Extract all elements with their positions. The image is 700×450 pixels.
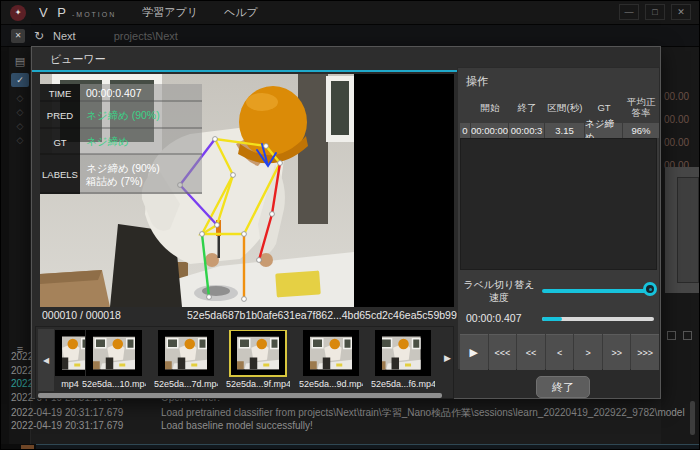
step-forward-button[interactable]: > — [574, 334, 602, 370]
overlay-labels-label: LABELS — [40, 155, 80, 194]
overlay-pred-label: PRED — [40, 102, 80, 129]
seek-bar-fill — [542, 317, 562, 321]
video-canvas: TIME 00:00:0.407 PRED ネジ締め (90%) GT ネジ締め… — [40, 74, 454, 307]
brand-name: V P — [39, 5, 69, 20]
thumbnail[interactable]: 52e5da...f6.mp4 — [371, 330, 435, 392]
clipboard-icon[interactable] — [667, 331, 676, 340]
segment-row[interactable]: 0 00:00:00 00:00:3 3.15 ネジ締め 96% — [460, 123, 659, 138]
speed-label: 速度 — [458, 291, 540, 305]
taskbar-edge — [36, 444, 700, 450]
filmstrip-prev-button[interactable]: ◀ — [38, 329, 54, 391]
jump-start-button[interactable]: <<< — [489, 334, 517, 370]
project-toolbar: ✕ ↻ Next projects\Next — [1, 25, 700, 47]
viewer-window: ビューワー — [31, 46, 661, 399]
prediction-overlay: TIME 00:00:0.407 PRED ネジ締め (90%) GT ネジ締め… — [40, 84, 202, 194]
overlay-time-value: 00:00:0.407 — [80, 84, 202, 102]
filmstrip-scrollbar[interactable] — [38, 393, 442, 398]
step-back-button[interactable]: < — [546, 334, 574, 370]
delete-icon[interactable] — [683, 331, 692, 340]
app-screen: ✦ V P -MOTION 学習アプリ ヘルプ — □ ✕ ✕ ↻ Next p… — [0, 0, 700, 450]
overlay-labels-value: ネジ締め (90%) 箱詰め (7%) — [80, 155, 202, 194]
exit-button[interactable]: 終了 — [536, 376, 590, 398]
thumbnail-selected[interactable]: 52e5da...9f.mp4 — [226, 330, 290, 392]
overlay-gt-label: GT — [40, 129, 80, 155]
play-button[interactable]: ▶ — [460, 334, 488, 370]
project-name: Next — [53, 30, 76, 42]
operation-title: 操作 — [466, 74, 488, 89]
minimize-button[interactable]: — — [619, 4, 639, 20]
window-controls: — □ ✕ — [619, 4, 691, 20]
taskbar-accent — [21, 445, 34, 450]
close-project-icon[interactable]: ✕ — [11, 29, 25, 43]
filmstrip: ◀ mp4 52e5da...10.mp4 52e5da...7d.mp4 52… — [35, 326, 454, 399]
overlay-time-label: TIME — [40, 84, 80, 102]
segments-list-area — [460, 138, 657, 270]
tag-icon[interactable]: ◇ — [9, 135, 31, 145]
bg-gray-panel — [665, 167, 700, 293]
dataset-icon[interactable]: ▤ — [9, 55, 31, 68]
log-scrollbar[interactable] — [690, 401, 695, 435]
menubar: ✦ V P -MOTION 学習アプリ ヘルプ — □ ✕ — [1, 1, 700, 25]
playback-time: 00:00:0.407 — [466, 312, 521, 324]
jump-end-button[interactable]: >>> — [631, 334, 659, 370]
speed-slider-knob[interactable] — [643, 282, 657, 296]
video-status-line: 000010 / 000018 52e5da687b1b0afe631ea7f8… — [40, 309, 454, 323]
tag-icon[interactable]: ◇ — [9, 121, 31, 131]
speed-slider[interactable] — [542, 289, 654, 293]
bg-value: 00.00 — [664, 91, 689, 102]
brand: V P -MOTION — [39, 5, 116, 20]
fast-rewind-button[interactable]: << — [517, 334, 545, 370]
fast-forward-button[interactable]: >> — [603, 334, 631, 370]
overlay-gt-value: ネジ締め — [80, 129, 202, 155]
tab-viewer[interactable]: ビューワー — [50, 52, 106, 67]
tag-icon[interactable]: ◇ — [9, 107, 31, 117]
transport-bar: ▶ <<< << < > >> >>> — [460, 334, 659, 370]
log-entry[interactable]: 2022-04-19 20:31:17.679Load baseline mod… — [11, 420, 313, 431]
seek-bar[interactable] — [542, 317, 654, 321]
overlay-pred-value: ネジ締め (90%) — [80, 102, 202, 129]
segments-table: 開始 終了 区間(秒) GT 平均正答率 0 00:00:00 00:00:3 … — [460, 92, 659, 138]
app-logo-icon: ✦ — [10, 5, 26, 21]
menu-learning-app[interactable]: 学習アプリ — [142, 5, 198, 20]
thumbnail[interactable]: 52e5da...10.mp4 — [82, 330, 146, 392]
left-arrow-icon: ◀ — [43, 356, 49, 365]
maximize-button[interactable]: □ — [645, 4, 665, 20]
segments-table-header: 開始 終了 区間(秒) GT 平均正答率 — [460, 92, 659, 122]
menu-help[interactable]: ヘルプ — [224, 5, 258, 20]
check-icon: ✓ — [16, 75, 24, 85]
brand-sub: -MOTION — [72, 11, 116, 18]
frame-counter: 000010 / 000018 — [42, 309, 121, 321]
operation-panel: 操作 開始 終了 区間(秒) GT 平均正答率 0 00:00:00 00:00… — [457, 67, 660, 370]
tag-icon[interactable]: ◇ — [9, 93, 31, 103]
thumbnail[interactable]: mp4 — [55, 330, 85, 392]
right-arrow-icon: ▶ — [444, 353, 451, 363]
bg-value: 00.00 — [664, 137, 689, 148]
project-path: projects\Next — [114, 30, 178, 42]
bg-value: 00.00 — [664, 114, 689, 125]
filmstrip-next-button[interactable]: ▶ — [444, 353, 451, 363]
bottom-strip — [1, 444, 700, 450]
log-entry[interactable]: 2022-04-19 20:31:17.679Load pretrained c… — [11, 406, 685, 420]
label-switch-speed-label: ラベル切り替え — [458, 278, 540, 292]
thumbnail[interactable]: 52e5da...9d.mp4 — [299, 330, 363, 392]
video-filename: 52e5da687b1b0afe631ea7f862...4bd65cd2c46… — [187, 309, 483, 321]
thumbnail[interactable]: 52e5da...7d.mp4 — [154, 330, 218, 392]
bg-inner-frame — [677, 177, 699, 283]
refresh-icon[interactable]: ↻ — [34, 29, 44, 43]
close-button[interactable]: ✕ — [671, 4, 691, 20]
sidebar-item-selected[interactable]: ✓ — [11, 73, 29, 87]
